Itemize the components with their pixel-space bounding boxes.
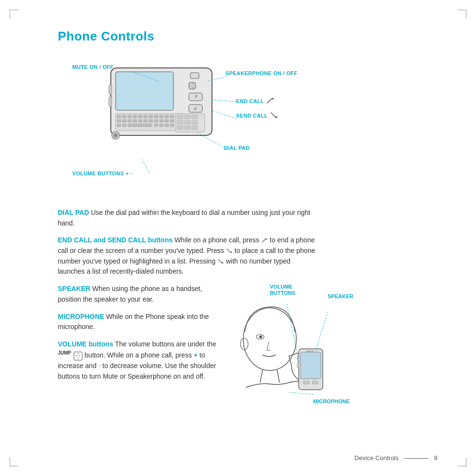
svg-rect-13 [165,115,169,118]
svg-rect-52 [185,126,190,130]
text-column: SPEAKER When using the phone as a handse… [58,284,222,409]
svg-rect-17 [128,119,132,122]
svg-rect-4 [117,115,121,118]
two-column-section: SPEAKER When using the phone as a handse… [58,284,318,409]
end-call-label: END CALL [236,97,275,106]
volume-section-title: VOLUME buttons [58,340,113,348]
svg-rect-16 [122,119,126,122]
svg-rect-26 [117,124,121,127]
svg-rect-73 [304,381,309,384]
microphone-section-title: MICROPHONE [58,313,104,320]
svg-rect-10 [149,115,153,118]
section-volume: VOLUME buttons The volume buttons are un… [58,339,222,382]
volume-buttons-side-label: VOLUMEBUTTONS [270,284,295,296]
footer-divider [404,458,428,459]
section-end-call: END CALL and SEND CALL buttons While on … [58,235,318,277]
svg-rect-27 [122,124,126,127]
page-number: 9 [434,454,437,462]
end-call-section-title: END CALL and SEND CALL buttons [58,236,172,244]
svg-rect-19 [138,119,142,122]
svg-rect-22 [154,119,158,122]
send-call-label: SEND CALL [236,111,278,120]
svg-rect-54 [109,85,112,94]
svg-point-79 [312,351,313,352]
mute-label: MUTE ON / OFF [72,64,114,70]
svg-rect-55 [109,97,112,106]
svg-rect-72 [301,352,321,379]
svg-rect-15 [117,119,121,122]
dial-pad-label: DIAL PAD [224,145,250,151]
svg-point-65 [243,308,296,370]
section-microphone: MICROPHONE While on the Phone speak into… [58,312,222,332]
svg-rect-12 [159,115,163,118]
svg-rect-6 [128,115,132,118]
svg-rect-2 [117,73,172,109]
svg-point-77 [307,351,308,352]
svg-rect-28 [128,124,152,127]
speaker-section-title: SPEAKER [58,285,91,292]
svg-rect-30 [159,124,163,127]
page-title: Phone Controls [58,29,437,44]
svg-rect-33 [190,73,199,79]
svg-rect-45 [177,115,183,119]
svg-rect-46 [185,115,190,119]
svg-line-80 [287,304,299,360]
svg-rect-20 [144,119,147,122]
svg-rect-7 [133,115,137,118]
svg-rect-53 [192,126,198,130]
svg-rect-24 [165,119,169,122]
page: Phone Controls [0,0,476,476]
svg-rect-31 [165,124,169,127]
svg-rect-50 [192,120,198,124]
svg-rect-76 [297,363,299,368]
svg-rect-51 [177,126,183,130]
footer: Device Controls 9 [355,454,437,462]
svg-line-82 [289,392,313,395]
svg-point-58 [114,134,117,137]
footer-label: Device Controls [355,454,399,462]
svg-text:↙: ↙ [194,106,198,111]
speakerphone-label: SPEAKERPHONE ON / OFF [225,70,297,76]
svg-rect-18 [133,119,137,122]
phone-diagram: ↗ ↙ [58,53,347,198]
svg-line-64 [142,159,149,173]
svg-rect-25 [170,119,174,122]
svg-rect-49 [185,120,190,124]
dial-pad-section-title: DIAL PAD [58,209,89,216]
svg-rect-5 [122,115,126,118]
svg-rect-8 [138,115,142,118]
svg-line-81 [316,312,328,351]
phone-illustration: ↗ ↙ [101,58,226,155]
svg-point-78 [309,351,311,352]
content-area: DIAL PAD Use the dial pad within the key… [58,208,318,409]
svg-line-66 [260,370,263,383]
svg-rect-29 [154,124,158,127]
svg-rect-47 [192,115,198,119]
svg-line-67 [277,370,279,383]
phone-person-image: VOLUMEBUTTONS SPEAKER [231,284,318,409]
svg-rect-74 [312,381,318,384]
svg-rect-9 [144,115,147,118]
svg-rect-14 [170,115,174,118]
svg-rect-35 [189,83,195,89]
svg-point-69 [259,335,262,338]
dial-pad-section-body: Use the dial pad within the keyboard to … [58,209,310,227]
svg-rect-11 [154,115,158,118]
section-dial-pad: DIAL PAD Use the dial pad within the key… [58,208,318,228]
svg-rect-32 [170,124,174,127]
svg-rect-48 [177,120,183,124]
svg-rect-21 [149,119,153,122]
svg-text:↗: ↗ [194,94,198,99]
volume-buttons-label: VOLUME BUTTONS + - [72,170,132,177]
section-speaker: SPEAKER When using the phone as a handse… [58,284,222,304]
svg-rect-23 [159,119,163,122]
